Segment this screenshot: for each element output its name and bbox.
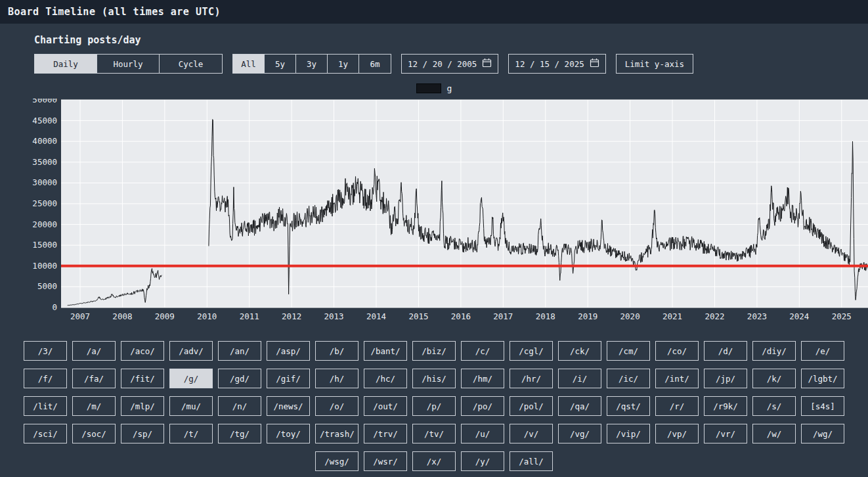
board-button-co[interactable]: /co/	[655, 341, 699, 361]
range-button-5y[interactable]: 5y	[265, 55, 296, 73]
limit-y-axis-button[interactable]: Limit y-axis	[616, 54, 693, 74]
board-button-cgl[interactable]: /cgl/	[510, 341, 553, 361]
board-button-v[interactable]: /v/	[510, 424, 553, 443]
board-button-his[interactable]: /his/	[412, 369, 456, 388]
board-button-lgbt[interactable]: /lgbt/	[801, 369, 844, 388]
board-button-diy[interactable]: /diy/	[752, 341, 796, 361]
board-button-wsg[interactable]: /wsg/	[315, 451, 358, 471]
board-button-vg[interactable]: /vg/	[558, 424, 601, 443]
calendar-icon	[482, 58, 492, 70]
board-button-tv[interactable]: /tv/	[412, 424, 456, 443]
board-button-jp[interactable]: /jp/	[704, 369, 747, 388]
legend-item[interactable]: g	[24, 83, 844, 94]
calendar-icon	[590, 58, 599, 70]
board-button-m[interactable]: /m/	[72, 396, 116, 416]
board-button-aco[interactable]: /aco/	[121, 341, 164, 361]
board-button-h[interactable]: /h/	[315, 369, 358, 388]
board-button-gd[interactable]: /gd/	[218, 369, 261, 388]
x-tick-label: 2024	[789, 311, 809, 321]
board-button-sci[interactable]: /sci/	[24, 424, 67, 443]
board-button-vip[interactable]: /vip/	[607, 424, 650, 443]
end-date-input[interactable]: 12 / 15 / 2025	[508, 54, 605, 74]
board-button-r[interactable]: /r/	[655, 396, 699, 416]
board-button-asp[interactable]: /asp/	[267, 341, 310, 361]
board-button-tg[interactable]: /tg/	[218, 424, 261, 443]
board-button-f[interactable]: /f/	[24, 369, 67, 388]
board-button-n[interactable]: /n/	[218, 396, 261, 416]
board-button-po[interactable]: /po/	[461, 396, 504, 416]
board-button-pol[interactable]: /pol/	[510, 396, 553, 416]
board-button-k[interactable]: /k/	[752, 369, 796, 388]
x-tick-label: 2008	[112, 311, 132, 321]
board-row: /wsg//wsr//x//y//all/	[24, 451, 844, 471]
board-button-hr[interactable]: /hr/	[510, 369, 553, 388]
board-button-biz[interactable]: /biz/	[412, 341, 456, 361]
range-button-3y[interactable]: 3y	[296, 55, 328, 73]
board-button-trash[interactable]: /trash/	[315, 424, 358, 443]
range-button-group: All5y3y1y6m	[232, 54, 391, 74]
board-button-r9k[interactable]: /r9k/	[704, 396, 747, 416]
board-button-o[interactable]: /o/	[315, 396, 358, 416]
legend-label: g	[447, 83, 452, 93]
board-button-e[interactable]: /e/	[801, 341, 844, 361]
board-button-out[interactable]: /out/	[364, 396, 407, 416]
board-button-3[interactable]: /3/	[24, 341, 67, 361]
mode-button-hourly[interactable]: Hourly	[97, 55, 160, 73]
board-button-i[interactable]: /i/	[558, 369, 601, 388]
mode-button-daily[interactable]: Daily	[35, 55, 97, 73]
board-row: /sci//soc//sp//t//tg//toy//trash//trv//t…	[24, 424, 844, 443]
board-button-vp[interactable]: /vp/	[655, 424, 699, 443]
board-button-lit[interactable]: /lit/	[24, 396, 67, 416]
x-tick-label: 2019	[578, 311, 597, 321]
board-button-trv[interactable]: /trv/	[364, 424, 407, 443]
board-button-wsr[interactable]: /wsr/	[364, 451, 407, 471]
board-button-adv[interactable]: /adv/	[169, 341, 213, 361]
board-button-soc[interactable]: /soc/	[72, 424, 116, 443]
range-button-all[interactable]: All	[233, 55, 265, 73]
chart-svg[interactable]: 2007200820092010201120122013201420152016…	[31, 99, 868, 325]
board-button-fa[interactable]: /fa/	[72, 369, 116, 388]
board-button-ck[interactable]: /ck/	[558, 341, 601, 361]
board-button-toy[interactable]: /toy/	[267, 424, 310, 443]
range-button-6m[interactable]: 6m	[359, 55, 391, 73]
board-button-cm[interactable]: /cm/	[607, 341, 650, 361]
board-button-int[interactable]: /int/	[655, 369, 699, 388]
board-button-mu[interactable]: /mu/	[169, 396, 213, 416]
board-button-qst[interactable]: /qst/	[607, 396, 650, 416]
board-button-bant[interactable]: /bant/	[364, 341, 407, 361]
board-button-vr[interactable]: /vr/	[704, 424, 747, 443]
board-button-p[interactable]: /p/	[412, 396, 456, 416]
board-button-g[interactable]: /g/	[169, 369, 213, 388]
board-button-gif[interactable]: /gif/	[267, 369, 310, 388]
board-button-hc[interactable]: /hc/	[364, 369, 407, 388]
start-date-input[interactable]: 12 / 20 / 2005	[401, 54, 498, 74]
board-button-mlp[interactable]: /mlp/	[121, 396, 164, 416]
board-button-ic[interactable]: /ic/	[607, 369, 650, 388]
board-row: /3//a//aco//adv//an//asp//b//bant//biz//…	[24, 341, 844, 361]
board-button-hm[interactable]: /hm/	[461, 369, 504, 388]
board-button-all[interactable]: /all/	[510, 451, 553, 471]
board-button-y[interactable]: /y/	[461, 451, 504, 471]
board-button-fit[interactable]: /fit/	[121, 369, 164, 388]
board-button-s[interactable]: /s/	[752, 396, 796, 416]
y-tick-label: 15000	[32, 240, 57, 250]
x-tick-label: 2021	[662, 311, 682, 321]
board-button-s4s[interactable]: [s4s]	[801, 396, 844, 416]
board-button-d[interactable]: /d/	[704, 341, 747, 361]
board-button-u[interactable]: /u/	[461, 424, 504, 443]
board-button-t[interactable]: /t/	[169, 424, 213, 443]
board-button-c[interactable]: /c/	[461, 341, 504, 361]
range-button-1y[interactable]: 1y	[328, 55, 359, 73]
board-button-x[interactable]: /x/	[412, 451, 456, 471]
mode-button-group: DailyHourlyCycle	[34, 54, 223, 74]
board-button-wg[interactable]: /wg/	[801, 424, 844, 443]
board-button-a[interactable]: /a/	[72, 341, 116, 361]
mode-button-cycle[interactable]: Cycle	[160, 55, 222, 73]
board-button-an[interactable]: /an/	[218, 341, 261, 361]
posts-chart: 2007200820092010201120122013201420152016…	[31, 99, 844, 328]
board-button-news[interactable]: /news/	[267, 396, 310, 416]
board-button-qa[interactable]: /qa/	[558, 396, 601, 416]
board-button-sp[interactable]: /sp/	[121, 424, 164, 443]
board-button-b[interactable]: /b/	[315, 341, 358, 361]
board-button-w[interactable]: /w/	[752, 424, 796, 443]
